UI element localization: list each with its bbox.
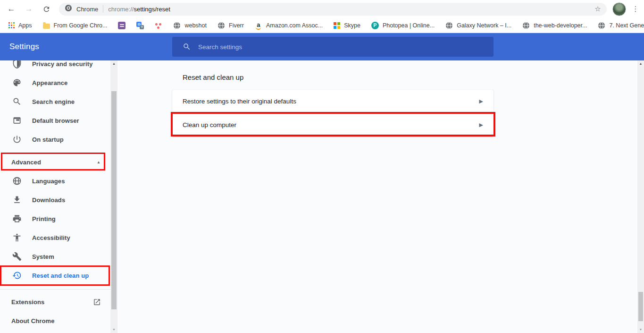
bookmark-item[interactable]: Fiverr	[217, 22, 244, 29]
chevron-right-icon: ▶	[479, 98, 483, 104]
globe-favicon	[598, 22, 605, 29]
url-separator	[103, 5, 103, 13]
url-text: chrome://settings/reset	[108, 5, 170, 13]
settings-sidebar: Privacy and security Appearance Search e…	[0, 60, 118, 333]
google-translate-favicon: G文	[136, 22, 144, 29]
apps-shortcut[interactable]: Apps	[8, 22, 32, 29]
back-icon[interactable]: ←	[5, 2, 18, 16]
sidebar-item-privacy[interactable]: Privacy and security	[0, 60, 110, 73]
page-scrollbar-thumb[interactable]	[638, 292, 643, 321]
bookmark-star-icon[interactable]: ☆	[592, 5, 604, 13]
browser-window-icon	[12, 116, 22, 125]
chevron-right-icon: ▶	[479, 122, 483, 128]
refresh-icon[interactable]	[40, 2, 53, 16]
settings-search[interactable]	[172, 37, 493, 57]
sidebar-item-search-engine[interactable]: Search engine	[0, 92, 110, 111]
sidebar-item-on-startup[interactable]: On startup	[0, 130, 110, 149]
printer-icon	[12, 214, 22, 223]
open-in-new-icon	[93, 298, 101, 306]
globe-favicon	[522, 22, 530, 29]
photopea-favicon: P	[371, 22, 379, 29]
bookmark-item[interactable]: Galaxy Network – I...	[445, 22, 511, 29]
download-icon	[12, 195, 22, 205]
scroll-down-icon[interactable]: ▼	[637, 326, 644, 333]
sidebar-advanced-toggle[interactable]: Advanced ▲	[0, 153, 110, 171]
browser-window: ← → Chrome chrome://settings/reset ☆ ⋮ A…	[0, 0, 644, 333]
sidebar-item-system[interactable]: System	[0, 247, 110, 266]
search-icon	[183, 43, 191, 51]
wrench-icon	[12, 252, 22, 261]
bookmarks-bar: Apps From Google Chro... G文 webshot	[0, 18, 644, 33]
sidebar-item-reset-and-clean-up[interactable]: Reset and clean up	[0, 266, 110, 285]
settings-content: Privacy and security Appearance Search e…	[0, 60, 644, 333]
reset-card: Restore settings to their original defau…	[172, 90, 493, 137]
bookmark-item[interactable]	[118, 22, 125, 29]
bookmark-item[interactable]: P Photopea | Online...	[371, 22, 435, 29]
bookmark-item[interactable]	[155, 22, 162, 29]
bookmark-item[interactable]: From Google Chro...	[43, 22, 108, 29]
profile-avatar[interactable]	[612, 2, 626, 16]
amazon-favicon: a	[255, 22, 262, 29]
history-restore-icon	[12, 271, 22, 280]
sidebar-scrollbar[interactable]: ▲ ▼	[110, 60, 117, 333]
address-bar[interactable]: Chrome chrome://settings/reset ☆	[59, 3, 607, 16]
bookmark-item[interactable]: Skype	[334, 22, 360, 29]
microsoft-favicon	[334, 22, 340, 29]
settings-header: Settings	[0, 33, 644, 60]
sidebar-item-default-browser[interactable]: Default browser	[0, 111, 110, 130]
settings-search-input[interactable]	[197, 43, 493, 51]
sidebar-item-extensions[interactable]: Extensions	[0, 292, 110, 311]
restore-settings-row[interactable]: Restore settings to their original defau…	[172, 90, 493, 113]
sidebar-item-about-chrome[interactable]: About Chrome	[0, 311, 110, 330]
accessibility-icon	[12, 233, 22, 242]
power-icon	[12, 135, 22, 144]
clean-up-computer-row[interactable]: Clean up computer ▶	[172, 113, 493, 137]
bookmark-item[interactable]: the-web-developer...	[522, 22, 587, 29]
bookmark-item[interactable]: 7. Next Generation...	[598, 22, 644, 29]
shield-icon	[12, 60, 22, 68]
scroll-down-icon[interactable]: ▼	[110, 326, 117, 333]
chrome-logo-icon	[65, 4, 72, 14]
section-title: Reset and clean up	[183, 73, 644, 82]
browser-toolbar: ← → Chrome chrome://settings/reset ☆ ⋮	[0, 0, 644, 18]
sidebar-item-printing[interactable]: Printing	[0, 209, 110, 228]
sidebar-item-accessibility[interactable]: Accessibility	[0, 228, 110, 247]
sidebar-item-downloads[interactable]: Downloads	[0, 190, 110, 209]
bookmark-item[interactable]: G文	[136, 22, 144, 29]
globe-favicon	[217, 22, 225, 29]
page-scrollbar[interactable]: ▲ ▼	[637, 60, 644, 333]
globe-favicon	[445, 22, 453, 29]
site-name: Chrome	[76, 6, 98, 13]
scroll-up-icon[interactable]: ▲	[637, 60, 644, 67]
globe-icon	[12, 176, 22, 186]
browser-menu-icon[interactable]: ⋮	[630, 5, 641, 13]
chevron-up-icon: ▲	[97, 160, 100, 164]
bookmark-item[interactable]: a Amazon.com Assoc...	[255, 22, 323, 29]
apps-grid-icon	[8, 22, 15, 28]
forward-icon[interactable]: →	[22, 2, 35, 16]
scroll-up-icon[interactable]: ▲	[110, 60, 117, 67]
folder-icon	[43, 24, 50, 29]
sidebar-item-appearance[interactable]: Appearance	[0, 73, 110, 92]
sidebar-scrollbar-thumb[interactable]	[111, 91, 117, 309]
magnifier-icon	[12, 97, 22, 106]
page-title: Settings	[9, 42, 39, 51]
settings-main: Reset and clean up Restore settings to t…	[118, 60, 644, 333]
sidebar-divider	[0, 289, 110, 290]
techtricks-favicon	[118, 22, 125, 29]
bookmark-item[interactable]: webshot	[173, 22, 207, 29]
asana-favicon	[155, 23, 162, 29]
sidebar-item-languages[interactable]: Languages	[0, 171, 110, 190]
globe-favicon	[173, 22, 181, 29]
palette-icon	[12, 78, 22, 87]
